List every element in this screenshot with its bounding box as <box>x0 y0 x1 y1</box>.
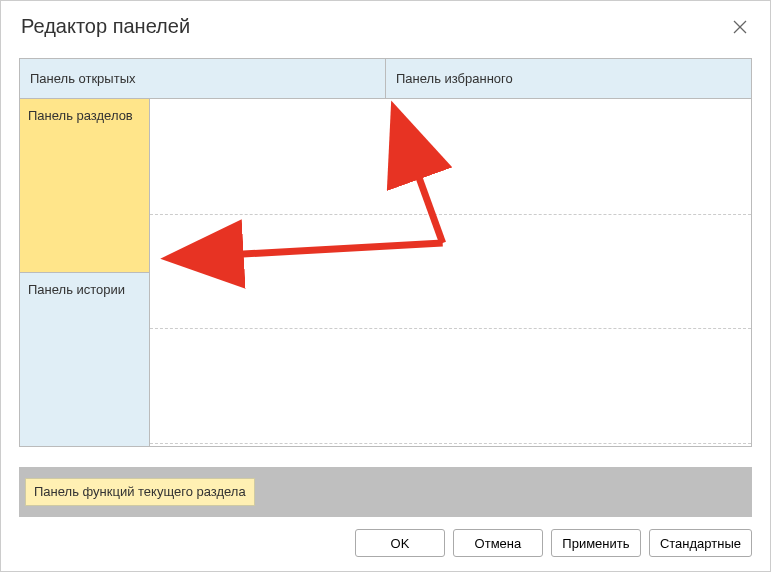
center-dropzone[interactable] <box>150 99 751 446</box>
panel-open-label: Панель открытых <box>30 71 135 86</box>
panel-current-section-functions[interactable]: Панель функций текущего раздела <box>25 478 255 506</box>
apply-button[interactable]: Применить <box>551 529 641 557</box>
divider-line <box>150 443 751 444</box>
panel-editor-window: Редактор панелей Панель открытых Панель … <box>0 0 771 572</box>
panel-favorites-label: Панель избранного <box>396 71 513 86</box>
close-icon <box>733 20 747 34</box>
top-panel-row: Панель открытых Панель избранного <box>20 59 751 99</box>
ok-button[interactable]: OK <box>355 529 445 557</box>
window-title: Редактор панелей <box>21 15 190 38</box>
cancel-button[interactable]: Отмена <box>453 529 543 557</box>
titlebar: Редактор панелей <box>1 1 770 52</box>
close-button[interactable] <box>730 17 750 37</box>
unused-panels-tray[interactable]: Панель функций текущего раздела <box>19 467 752 517</box>
panel-open-items[interactable]: Панель открытых <box>20 59 386 99</box>
default-button[interactable]: Стандартные <box>649 529 752 557</box>
dialog-buttons: OK Отмена Применить Стандартные <box>1 525 770 571</box>
panel-sections[interactable]: Панель разделов <box>20 99 149 273</box>
left-panel-column: Панель разделов Панель истории <box>20 99 150 446</box>
panel-current-section-functions-label: Панель функций текущего раздела <box>34 484 246 499</box>
panel-layout-area: Панель открытых Панель избранного Панель… <box>19 58 752 447</box>
panel-sections-label: Панель разделов <box>28 108 133 123</box>
panel-favorites[interactable]: Панель избранного <box>386 59 751 99</box>
panel-history-label: Панель истории <box>28 282 125 297</box>
divider-line <box>150 214 751 215</box>
middle-row: Панель разделов Панель истории <box>20 99 751 446</box>
divider-line <box>150 328 751 329</box>
panel-history[interactable]: Панель истории <box>20 273 149 446</box>
